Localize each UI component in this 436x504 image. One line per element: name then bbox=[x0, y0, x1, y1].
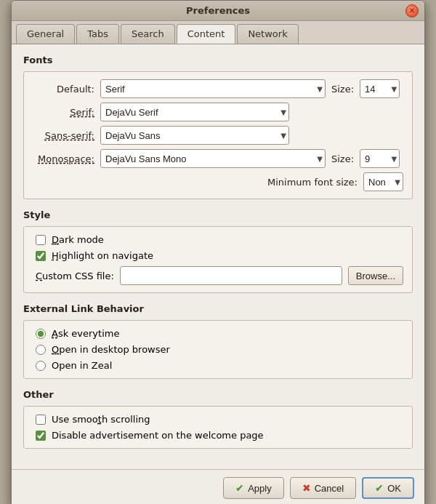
default-font-select[interactable]: Serif bbox=[100, 79, 326, 98]
css-file-row: Custom CSS file: Browse... bbox=[33, 266, 403, 285]
style-section: Style DDark modeark mode Highlight on na… bbox=[23, 209, 413, 293]
tab-tabs[interactable]: Tabs bbox=[76, 24, 119, 44]
default-font-select-wrapper: Serif ▼ bbox=[100, 79, 326, 98]
min-font-select-wrapper: None ▼ bbox=[363, 172, 403, 191]
default-font-row: Default: Serif ▼ Size: 14 ▼ bbox=[33, 79, 403, 98]
monospace-font-label: Monospace: bbox=[33, 153, 94, 164]
fonts-section-box: Default: Serif ▼ Size: 14 ▼ bbox=[23, 71, 413, 199]
tab-general[interactable]: General bbox=[16, 24, 75, 44]
sans-serif-font-select-wrapper: DejaVu Sans ▼ bbox=[100, 126, 289, 145]
cancel-x-icon: ✖ bbox=[302, 482, 311, 494]
monospace-font-select-wrapper: DejaVu Sans Mono ▼ bbox=[100, 149, 326, 168]
content-area: Fonts Default: Serif ▼ Size: 14 bbox=[12, 44, 424, 469]
smooth-scroll-row: Use smooth scrolling bbox=[33, 414, 403, 425]
open-desktop-label: Open in desktop browser bbox=[52, 344, 170, 355]
default-size-select-wrapper: 14 ▼ bbox=[360, 79, 400, 98]
ask-everytime-label: Ask everytime bbox=[52, 328, 119, 339]
tab-search[interactable]: Search bbox=[121, 24, 175, 44]
dark-mode-checkbox[interactable] bbox=[36, 235, 46, 245]
ok-check-icon: ✔ bbox=[375, 482, 384, 494]
open-zeal-row: Open in Zeal bbox=[33, 360, 403, 371]
monospace-font-select[interactable]: DejaVu Sans Mono bbox=[100, 149, 326, 168]
disable-ad-checkbox[interactable] bbox=[36, 431, 46, 441]
fonts-section: Fonts Default: Serif ▼ Size: 14 bbox=[23, 55, 413, 199]
monospace-font-row: Monospace: DejaVu Sans Mono ▼ Size: 9 ▼ bbox=[33, 149, 403, 168]
external-link-box: Ask everytime Open in desktop browser Op… bbox=[23, 320, 413, 379]
external-link-title: External Link Behavior bbox=[23, 303, 413, 314]
open-zeal-label: Open in Zeal bbox=[52, 360, 112, 371]
css-file-input[interactable] bbox=[120, 266, 342, 285]
disable-ad-label: Disable advertisement on the welcome pag… bbox=[52, 430, 264, 441]
css-file-label: Custom CSS file: bbox=[36, 271, 114, 281]
ok-button[interactable]: ✔ OK bbox=[362, 477, 414, 499]
ask-everytime-row: Ask everytime bbox=[33, 328, 403, 339]
dark-mode-row: DDark modeark mode bbox=[33, 234, 403, 245]
tabs-bar: General Tabs Search Content Network bbox=[12, 21, 424, 44]
apply-check-icon: ✔ bbox=[235, 482, 244, 494]
serif-font-row: Serif: DejaVu Serif ▼ bbox=[33, 103, 403, 121]
min-font-row: Minimum font size: None ▼ bbox=[33, 172, 403, 191]
style-section-title: Style bbox=[23, 209, 413, 220]
apply-button[interactable]: ✔ Apply bbox=[223, 477, 284, 499]
serif-font-label: Serif: bbox=[33, 107, 94, 118]
close-button[interactable]: ✕ bbox=[405, 4, 419, 17]
highlight-label: Highlight on navigate bbox=[52, 250, 153, 261]
other-section-title: Other bbox=[23, 389, 413, 400]
dark-mode-label: DDark modeark mode bbox=[52, 234, 104, 245]
monospace-size-select-wrapper: 9 ▼ bbox=[360, 149, 400, 168]
style-section-box: DDark modeark mode Highlight on navigate… bbox=[23, 226, 413, 293]
preferences-window: Preferences ✕ General Tabs Search Conten… bbox=[11, 0, 425, 504]
other-section-box: Use smooth scrolling Disable advertiseme… bbox=[23, 406, 413, 449]
default-size-label: Size: bbox=[331, 84, 354, 95]
smooth-scroll-label: Use smooth scrolling bbox=[52, 414, 150, 425]
external-link-section: External Link Behavior Ask everytime Ope… bbox=[23, 303, 413, 379]
tab-content[interactable]: Content bbox=[177, 24, 236, 44]
min-font-select[interactable]: None bbox=[363, 172, 403, 191]
sans-serif-font-label: Sans-serif: bbox=[33, 130, 94, 141]
other-section: Other Use smooth scrolling Disable adver… bbox=[23, 389, 413, 449]
cancel-button[interactable]: ✖ Cancel bbox=[290, 477, 356, 499]
open-desktop-row: Open in desktop browser bbox=[33, 344, 403, 355]
tab-network[interactable]: Network bbox=[237, 24, 298, 44]
default-size-select[interactable]: 14 bbox=[360, 79, 400, 98]
ask-everytime-radio[interactable] bbox=[36, 329, 46, 339]
open-zeal-radio[interactable] bbox=[36, 361, 46, 371]
sans-serif-font-row: Sans-serif: DejaVu Sans ▼ bbox=[33, 126, 403, 145]
monospace-size-select[interactable]: 9 bbox=[360, 149, 400, 168]
monospace-size-label: Size: bbox=[331, 153, 354, 164]
button-bar: ✔ Apply ✖ Cancel ✔ OK bbox=[12, 469, 424, 504]
highlight-checkbox[interactable] bbox=[36, 251, 46, 261]
serif-font-select-wrapper: DejaVu Serif ▼ bbox=[100, 103, 289, 121]
titlebar: Preferences ✕ bbox=[12, 1, 424, 21]
sans-serif-font-select[interactable]: DejaVu Sans bbox=[100, 126, 289, 145]
fonts-section-title: Fonts bbox=[23, 55, 413, 65]
default-font-label: Default: bbox=[33, 84, 94, 95]
min-font-label: Minimum font size: bbox=[267, 177, 358, 188]
smooth-scroll-checkbox[interactable] bbox=[36, 415, 46, 425]
open-desktop-radio[interactable] bbox=[36, 345, 46, 355]
disable-ad-row: Disable advertisement on the welcome pag… bbox=[33, 430, 403, 441]
serif-font-select[interactable]: DejaVu Serif bbox=[100, 103, 289, 121]
window-title: Preferences bbox=[186, 5, 250, 16]
highlight-row: Highlight on navigate bbox=[33, 250, 403, 261]
browse-button[interactable]: Browse... bbox=[348, 266, 403, 285]
